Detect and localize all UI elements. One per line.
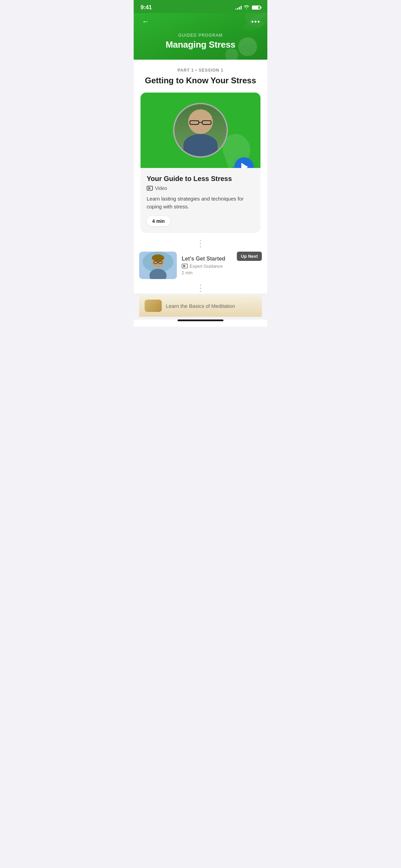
up-next-item[interactable]: Let's Get Started Expert Guidance 2 min … <box>139 248 262 283</box>
dots-divider-2 <box>134 283 267 293</box>
dot-2 <box>200 243 201 244</box>
instructor-avatar <box>173 103 228 158</box>
session-meta: PART 1 • SESSION 1 <box>141 68 260 73</box>
card-description: Learn lasting strategies and techniques … <box>147 195 254 210</box>
video-card: Your Guide to Less Stress Video Learn la… <box>141 93 260 233</box>
card-type-label: Video <box>155 185 167 191</box>
dot-6 <box>200 291 201 292</box>
dot-1 <box>200 240 201 241</box>
up-next-type-icon <box>182 264 188 268</box>
status-bar: 9:41 <box>134 0 267 13</box>
up-next-thumbnail <box>139 252 177 279</box>
session-title: Getting to Know Your Stress <box>141 75 260 86</box>
next-preview-card[interactable]: Learn the Basics of Meditation <box>139 295 262 317</box>
decorative-circle-1 <box>238 37 257 56</box>
card-title: Your Guide to Less Stress <box>147 175 254 183</box>
up-next-thumbnail-svg <box>139 252 177 279</box>
up-next-type-label: Expert Guidance <box>190 264 223 269</box>
back-button[interactable]: ← <box>141 16 151 27</box>
bottom-area <box>134 320 267 327</box>
next-preview-thumbnail <box>145 300 162 312</box>
svg-rect-3 <box>190 121 199 124</box>
home-indicator[interactable] <box>178 320 223 321</box>
play-icon <box>241 163 248 168</box>
card-body: Your Guide to Less Stress Video Learn la… <box>141 168 260 226</box>
video-thumbnail[interactable] <box>141 93 260 168</box>
next-preview-title: Learn the Basics of Meditation <box>166 303 235 309</box>
dots-divider-1 <box>134 233 267 248</box>
svg-point-9 <box>152 254 164 261</box>
status-icons <box>235 5 260 10</box>
up-next-duration: 2 min <box>182 270 231 275</box>
video-type-icon <box>147 186 153 191</box>
duration-badge: 4 min <box>147 216 170 226</box>
decorative-circle-2 <box>225 48 238 60</box>
up-next-section: Let's Get Started Expert Guidance 2 min … <box>134 248 267 283</box>
up-next-badge: Up Next <box>237 252 262 261</box>
avatar-glasses <box>189 120 212 125</box>
program-header: ← ••• GUIDED PROGRAM Managing Stress <box>134 13 267 60</box>
dot-4 <box>200 285 201 286</box>
up-next-title: Let's Get Started <box>182 256 231 262</box>
main-content: PART 1 • SESSION 1 Getting to Know Your … <box>134 60 267 233</box>
card-type: Video <box>147 185 254 191</box>
status-time: 9:41 <box>141 4 152 11</box>
up-next-type: Expert Guidance <box>182 264 231 269</box>
battery-icon <box>252 5 260 10</box>
signal-icon <box>235 5 242 10</box>
wifi-icon <box>244 5 249 10</box>
dot-5 <box>200 288 201 289</box>
svg-rect-4 <box>202 121 211 124</box>
